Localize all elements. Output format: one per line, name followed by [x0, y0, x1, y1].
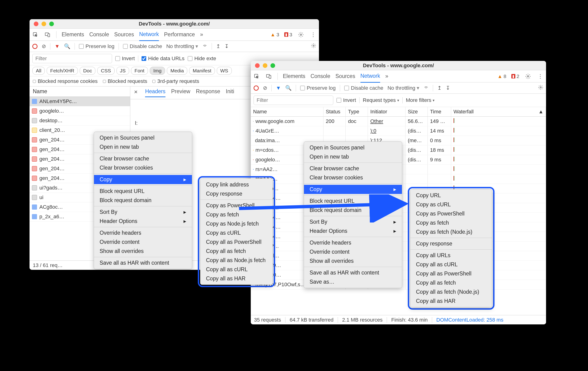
menu-item[interactable]: Clear browser cookies: [94, 163, 192, 172]
tab-console[interactable]: Console: [311, 70, 330, 82]
settings-icon[interactable]: [525, 73, 532, 80]
clear-icon[interactable]: ⊘: [263, 85, 267, 91]
inspect-icon[interactable]: [32, 31, 39, 38]
device-icon[interactable]: [44, 31, 51, 38]
menu-item[interactable]: Copy all as cURL: [200, 265, 273, 274]
menu-item[interactable]: Copy all URLs: [410, 251, 492, 260]
menu-item[interactable]: Copy▸: [94, 175, 192, 184]
close-icon[interactable]: [34, 21, 38, 26]
download-icon[interactable]: ↧: [224, 43, 229, 49]
filter-icon[interactable]: ▼: [55, 43, 60, 49]
menu-item[interactable]: Copy all as HAR: [200, 274, 273, 283]
menu-item[interactable]: Open in new tab: [304, 152, 402, 161]
search-icon[interactable]: 🔍: [64, 43, 70, 49]
chip-fetchxhr[interactable]: Fetch/XHR: [47, 67, 78, 75]
menu-item[interactable]: Copy all as HAR: [410, 297, 492, 306]
more-filters-dropdown[interactable]: More filters: [406, 97, 435, 103]
filter-icon[interactable]: ▼: [276, 85, 281, 91]
record-button[interactable]: [32, 44, 38, 49]
tab-elements[interactable]: Elements: [62, 29, 84, 41]
menu-item[interactable]: Clear browser cache: [304, 164, 402, 173]
menu-item[interactable]: Open in Sources panel: [304, 143, 402, 152]
search-icon[interactable]: 🔍: [285, 85, 292, 91]
menu-item[interactable]: Copy link address: [200, 180, 273, 189]
menu-item[interactable]: Header Options▸: [304, 227, 402, 236]
menu-item[interactable]: Copy as fetch: [200, 210, 273, 219]
kebab-icon[interactable]: ⋮: [310, 31, 317, 38]
tab-network[interactable]: Network: [360, 70, 380, 83]
disable-cache-checkbox[interactable]: Disable cache: [123, 43, 162, 49]
menu-item[interactable]: Save all as HAR with content: [304, 268, 402, 277]
table-row[interactable]: googlelo…: [30, 106, 130, 116]
warnings-badge[interactable]: ▲3: [271, 32, 279, 38]
chip-all[interactable]: All: [32, 67, 45, 75]
col-initiator[interactable]: Initiator: [368, 107, 405, 116]
chip-manifest[interactable]: Manifest: [189, 67, 215, 75]
menu-item[interactable]: Block request domain: [304, 206, 402, 215]
close-detail-icon[interactable]: ×: [134, 88, 137, 97]
kebab-icon[interactable]: ⋮: [537, 73, 544, 80]
download-icon[interactable]: ↧: [446, 85, 450, 91]
wifi-icon[interactable]: [202, 43, 207, 50]
preserve-log-checkbox[interactable]: Preserve log: [79, 43, 115, 49]
col-status[interactable]: Status: [323, 107, 346, 116]
menu-item[interactable]: Clear browser cookies: [304, 173, 402, 182]
zoom-icon[interactable]: [49, 21, 54, 26]
preserve-log-checkbox[interactable]: Preserve log: [300, 85, 336, 91]
chip-img[interactable]: Img: [150, 67, 165, 75]
disable-cache-checkbox[interactable]: Disable cache: [344, 85, 383, 91]
upload-icon[interactable]: ↥: [437, 85, 441, 91]
settings-icon[interactable]: [297, 31, 304, 38]
wifi-icon[interactable]: [423, 85, 429, 91]
chip-doc[interactable]: Doc: [80, 67, 95, 75]
menu-item[interactable]: Show all overrides: [304, 257, 402, 266]
menu-item[interactable]: Copy all as fetch (Node.js): [410, 287, 492, 297]
hide-data-urls-checkbox[interactable]: Hide data URLs: [142, 55, 184, 62]
menu-item[interactable]: Override headers: [94, 228, 192, 237]
menu-item[interactable]: Show all overrides: [94, 247, 192, 256]
panel-settings-icon[interactable]: [538, 85, 543, 91]
tab-sources[interactable]: Sources: [114, 29, 134, 41]
menu-item[interactable]: Copy as fetch: [410, 218, 492, 227]
issues-badge[interactable]: ▮3: [284, 32, 292, 38]
more-tabs-icon[interactable]: »: [200, 31, 203, 38]
menu-item[interactable]: Block request URL: [304, 196, 402, 206]
menu-item[interactable]: Copy as PowerShell: [410, 209, 492, 218]
menu-item[interactable]: Copy response: [410, 239, 492, 248]
tab-sources[interactable]: Sources: [335, 70, 355, 82]
menu-item[interactable]: Block request domain: [94, 196, 192, 205]
tab-performance[interactable]: Performance: [164, 29, 195, 41]
minimize-icon[interactable]: [42, 21, 46, 26]
menu-item[interactable]: Copy all as cURL: [410, 260, 492, 269]
filter-input[interactable]: [253, 96, 333, 105]
blocked-requests-checkbox[interactable]: Blocked requests: [103, 78, 147, 84]
chip-ws[interactable]: WS: [217, 67, 232, 75]
throttling-dropdown[interactable]: No throttling: [387, 85, 419, 91]
menu-item[interactable]: Copy all as fetch: [410, 278, 492, 287]
record-button[interactable]: [253, 85, 259, 91]
table-row[interactable]: ANLem4Y5Pc…: [30, 97, 130, 106]
menu-item[interactable]: Sort By▸: [94, 207, 192, 217]
tab-initiator[interactable]: Initi: [226, 88, 234, 97]
throttling-dropdown[interactable]: No throttling: [166, 43, 198, 49]
menu-item[interactable]: Copy as PowerShell: [200, 201, 273, 210]
filter-input[interactable]: [32, 54, 112, 63]
menu-item[interactable]: Sort By▸: [304, 217, 402, 227]
tab-network[interactable]: Network: [139, 28, 159, 41]
upload-icon[interactable]: ↥: [216, 43, 220, 49]
menu-item[interactable]: Copy URL: [410, 191, 492, 200]
device-icon[interactable]: [265, 73, 272, 80]
menu-item[interactable]: Copy all as Node.js fetch: [200, 256, 273, 265]
col-waterfall[interactable]: Waterfall▲: [451, 107, 546, 116]
menu-item[interactable]: Copy all as PowerShell: [200, 237, 273, 247]
menu-item[interactable]: Open in Sources panel: [94, 133, 192, 142]
col-time[interactable]: Time: [428, 107, 451, 116]
menu-item[interactable]: Open in new tab: [94, 142, 192, 152]
tab-elements[interactable]: Elements: [283, 70, 305, 82]
zoom-icon[interactable]: [271, 63, 275, 68]
table-row[interactable]: 4UaGrE… ):0 (dis… 14 ms: [251, 126, 546, 136]
blocked-cookies-checkbox[interactable]: Blocked response cookies: [33, 78, 98, 84]
menu-item[interactable]: Copy as Node.js fetch: [200, 219, 273, 228]
invert-checkbox[interactable]: Invert: [336, 97, 356, 103]
menu-item[interactable]: Copy as cURL: [200, 228, 273, 237]
